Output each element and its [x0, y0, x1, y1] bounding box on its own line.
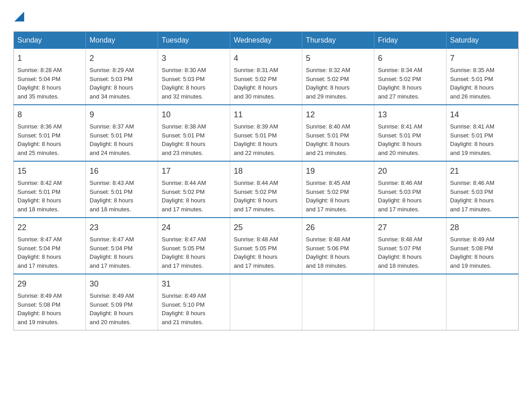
- calendar-cell: 3Sunrise: 8:30 AMSunset: 5:03 PMDaylight…: [158, 49, 230, 105]
- day-info: Sunrise: 8:34 AMSunset: 5:02 PMDaylight:…: [378, 67, 422, 100]
- day-info: Sunrise: 8:36 AMSunset: 5:01 PMDaylight:…: [17, 123, 62, 156]
- day-number: 11: [234, 109, 298, 121]
- day-number: 17: [162, 165, 226, 177]
- calendar-cell: 7Sunrise: 8:35 AMSunset: 5:01 PMDaylight…: [446, 49, 519, 105]
- calendar-cell: 15Sunrise: 8:42 AMSunset: 5:01 PMDayligh…: [14, 161, 86, 218]
- calendar-cell: 23Sunrise: 8:47 AMSunset: 5:04 PMDayligh…: [86, 218, 158, 274]
- day-info: Sunrise: 8:41 AMSunset: 5:01 PMDaylight:…: [450, 123, 494, 156]
- day-number: 15: [17, 165, 82, 177]
- weekday-header-wednesday: Wednesday: [230, 32, 302, 49]
- day-info: Sunrise: 8:48 AMSunset: 5:05 PMDaylight:…: [234, 236, 278, 269]
- calendar-cell: 10Sunrise: 8:38 AMSunset: 5:01 PMDayligh…: [158, 105, 230, 161]
- calendar-cell: 17Sunrise: 8:44 AMSunset: 5:02 PMDayligh…: [158, 161, 230, 218]
- calendar-cell: 4Sunrise: 8:31 AMSunset: 5:02 PMDaylight…: [230, 49, 302, 105]
- day-number: 9: [90, 109, 154, 121]
- day-number: 6: [378, 52, 442, 64]
- day-info: Sunrise: 8:48 AMSunset: 5:06 PMDaylight:…: [306, 236, 350, 269]
- calendar-cell: 9Sunrise: 8:37 AMSunset: 5:01 PMDaylight…: [86, 105, 158, 161]
- calendar-week-row: 8Sunrise: 8:36 AMSunset: 5:01 PMDaylight…: [14, 105, 519, 161]
- calendar-cell: 5Sunrise: 8:32 AMSunset: 5:02 PMDaylight…: [302, 49, 374, 105]
- day-info: Sunrise: 8:47 AMSunset: 5:05 PMDaylight:…: [162, 236, 206, 269]
- calendar-cell: 12Sunrise: 8:40 AMSunset: 5:01 PMDayligh…: [302, 105, 374, 161]
- day-info: Sunrise: 8:43 AMSunset: 5:01 PMDaylight:…: [90, 180, 134, 213]
- day-info: Sunrise: 8:49 AMSunset: 5:08 PMDaylight:…: [17, 292, 62, 325]
- weekday-header-friday: Friday: [374, 32, 446, 49]
- weekday-header-monday: Monday: [86, 32, 158, 49]
- weekday-header-sunday: Sunday: [14, 32, 86, 49]
- day-number: 24: [162, 222, 226, 234]
- calendar-cell: 1Sunrise: 8:28 AMSunset: 5:04 PMDaylight…: [14, 49, 86, 105]
- calendar-cell: 27Sunrise: 8:48 AMSunset: 5:07 PMDayligh…: [374, 218, 446, 274]
- calendar-cell: 21Sunrise: 8:46 AMSunset: 5:03 PMDayligh…: [446, 161, 519, 218]
- day-number: 7: [450, 52, 515, 64]
- calendar-cell: [230, 274, 302, 330]
- calendar-cell: [446, 274, 519, 330]
- day-info: Sunrise: 8:35 AMSunset: 5:01 PMDaylight:…: [450, 67, 494, 100]
- day-number: 31: [162, 278, 226, 290]
- day-info: Sunrise: 8:44 AMSunset: 5:02 PMDaylight:…: [162, 180, 206, 213]
- calendar-cell: 19Sunrise: 8:45 AMSunset: 5:02 PMDayligh…: [302, 161, 374, 218]
- day-number: 29: [17, 278, 82, 290]
- day-info: Sunrise: 8:47 AMSunset: 5:04 PMDaylight:…: [17, 236, 62, 269]
- day-number: 22: [17, 222, 82, 234]
- day-number: 30: [90, 278, 154, 290]
- day-info: Sunrise: 8:37 AMSunset: 5:01 PMDaylight:…: [90, 123, 134, 156]
- day-info: Sunrise: 8:44 AMSunset: 5:02 PMDaylight:…: [234, 180, 278, 213]
- day-info: Sunrise: 8:38 AMSunset: 5:01 PMDaylight:…: [162, 123, 206, 156]
- day-info: Sunrise: 8:49 AMSunset: 5:10 PMDaylight:…: [162, 292, 206, 325]
- calendar-cell: 16Sunrise: 8:43 AMSunset: 5:01 PMDayligh…: [86, 161, 158, 218]
- day-number: 18: [234, 165, 298, 177]
- weekday-header-tuesday: Tuesday: [158, 32, 230, 49]
- calendar-cell: 13Sunrise: 8:41 AMSunset: 5:01 PMDayligh…: [374, 105, 446, 161]
- day-number: 4: [234, 52, 298, 64]
- day-info: Sunrise: 8:42 AMSunset: 5:01 PMDaylight:…: [17, 180, 62, 213]
- day-number: 16: [90, 165, 154, 177]
- calendar-cell: 14Sunrise: 8:41 AMSunset: 5:01 PMDayligh…: [446, 105, 519, 161]
- day-number: 21: [450, 165, 515, 177]
- day-number: 26: [306, 222, 370, 234]
- day-number: 12: [306, 109, 370, 121]
- weekday-header-thursday: Thursday: [302, 32, 374, 49]
- day-number: 2: [90, 52, 154, 64]
- day-info: Sunrise: 8:40 AMSunset: 5:01 PMDaylight:…: [306, 123, 350, 156]
- calendar-week-row: 15Sunrise: 8:42 AMSunset: 5:01 PMDayligh…: [14, 161, 519, 218]
- day-info: Sunrise: 8:29 AMSunset: 5:03 PMDaylight:…: [90, 67, 134, 100]
- calendar-cell: 24Sunrise: 8:47 AMSunset: 5:05 PMDayligh…: [158, 218, 230, 274]
- calendar-cell: 29Sunrise: 8:49 AMSunset: 5:08 PMDayligh…: [14, 274, 86, 330]
- calendar-cell: 8Sunrise: 8:36 AMSunset: 5:01 PMDaylight…: [14, 105, 86, 161]
- calendar-cell: 22Sunrise: 8:47 AMSunset: 5:04 PMDayligh…: [14, 218, 86, 274]
- calendar-cell: 26Sunrise: 8:48 AMSunset: 5:06 PMDayligh…: [302, 218, 374, 274]
- day-number: 14: [450, 109, 515, 121]
- day-info: Sunrise: 8:45 AMSunset: 5:02 PMDaylight:…: [306, 180, 350, 213]
- calendar-cell: 18Sunrise: 8:44 AMSunset: 5:02 PMDayligh…: [230, 161, 302, 218]
- calendar-cell: [374, 274, 446, 330]
- day-info: Sunrise: 8:31 AMSunset: 5:02 PMDaylight:…: [234, 67, 278, 100]
- calendar-cell: [302, 274, 374, 330]
- day-number: 19: [306, 165, 370, 177]
- calendar-cell: 28Sunrise: 8:49 AMSunset: 5:08 PMDayligh…: [446, 218, 519, 274]
- weekday-header-saturday: Saturday: [446, 32, 519, 49]
- page-header: [13, 9, 519, 22]
- day-number: 3: [162, 52, 226, 64]
- day-info: Sunrise: 8:49 AMSunset: 5:08 PMDaylight:…: [450, 236, 494, 269]
- day-info: Sunrise: 8:47 AMSunset: 5:04 PMDaylight:…: [90, 236, 134, 269]
- calendar-cell: 2Sunrise: 8:29 AMSunset: 5:03 PMDaylight…: [86, 49, 158, 105]
- calendar-table: SundayMondayTuesdayWednesdayThursdayFrid…: [13, 31, 519, 330]
- day-number: 28: [450, 222, 515, 234]
- calendar-header-row: SundayMondayTuesdayWednesdayThursdayFrid…: [14, 32, 519, 49]
- day-number: 13: [378, 109, 442, 121]
- logo-triangle-icon: [14, 12, 24, 21]
- calendar-week-row: 1Sunrise: 8:28 AMSunset: 5:04 PMDaylight…: [14, 49, 519, 105]
- calendar-cell: 11Sunrise: 8:39 AMSunset: 5:01 PMDayligh…: [230, 105, 302, 161]
- day-number: 27: [378, 222, 442, 234]
- day-number: 25: [234, 222, 298, 234]
- calendar-week-row: 22Sunrise: 8:47 AMSunset: 5:04 PMDayligh…: [14, 218, 519, 274]
- day-number: 20: [378, 165, 442, 177]
- day-info: Sunrise: 8:30 AMSunset: 5:03 PMDaylight:…: [162, 67, 206, 100]
- day-info: Sunrise: 8:49 AMSunset: 5:09 PMDaylight:…: [90, 292, 134, 325]
- calendar-cell: 30Sunrise: 8:49 AMSunset: 5:09 PMDayligh…: [86, 274, 158, 330]
- day-info: Sunrise: 8:32 AMSunset: 5:02 PMDaylight:…: [306, 67, 350, 100]
- calendar-cell: 25Sunrise: 8:48 AMSunset: 5:05 PMDayligh…: [230, 218, 302, 274]
- calendar-cell: 20Sunrise: 8:46 AMSunset: 5:03 PMDayligh…: [374, 161, 446, 218]
- day-info: Sunrise: 8:48 AMSunset: 5:07 PMDaylight:…: [378, 236, 422, 269]
